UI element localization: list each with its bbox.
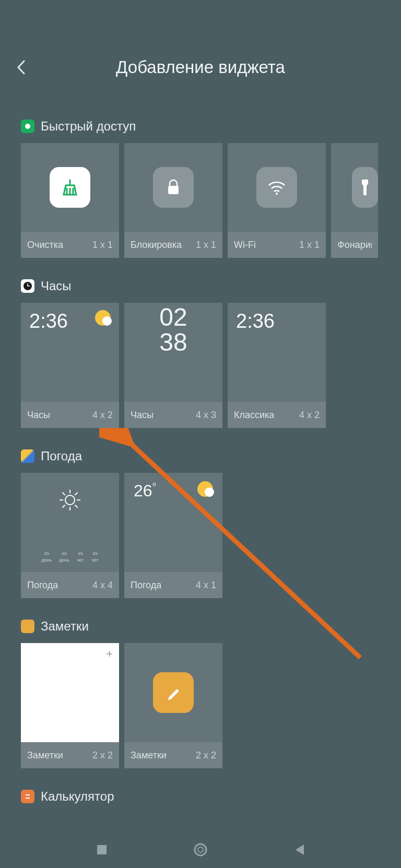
card-name: Погода [27,580,58,591]
clock-time: 02 38 [159,305,187,355]
quick-access-icon [21,120,34,133]
flashlight-icon [352,167,378,208]
sun-icon [95,310,111,326]
weather-section-icon [21,449,34,463]
card-size: 2 x 2 [92,750,113,761]
section-weather: Погода [21,449,380,598]
section-label: Быстрый доступ [41,119,136,134]
card-name: Wi-Fi [234,240,256,251]
svg-point-4 [65,495,75,505]
nav-back-button[interactable] [289,839,310,860]
card-size: 1 x 1 [196,240,216,251]
sun-icon [58,489,81,512]
card-size: 4 x 1 [196,580,216,591]
svg-rect-16 [97,845,107,854]
section-notes: Заметки + Заметки 2 x 2 [21,619,380,768]
notes-app-icon [153,672,194,713]
svg-point-0 [25,124,30,129]
notes-preview: + [21,643,119,742]
svg-rect-1 [168,186,179,194]
section-label: Часы [41,279,72,293]
card-size: 1 x 1 [92,240,113,251]
nav-home-button[interactable] [190,839,211,860]
svg-line-11 [63,505,65,507]
section-quick-access: Быстрый доступ Очистка 1 x 1 [21,119,380,258]
card-name: Часы [131,410,154,421]
forecast-row: день день чет чет [41,550,99,563]
svg-point-17 [195,844,206,855]
card-size: 4 x 3 [196,410,216,421]
card-name: Погода [131,580,161,591]
widget-card-ochistka[interactable]: Очистка 1 x 1 [21,143,119,258]
add-note-icon: + [106,647,113,661]
calculator-section-icon [21,790,34,803]
section-clock: Часы 2:36 Часы 4 x 2 [21,279,380,428]
clock-time: 2:36 [236,310,317,332]
widget-card-notes-list[interactable]: + Заметки 2 x 2 [21,643,119,768]
widget-card-clock-4x2[interactable]: 2:36 Часы 4 x 2 [21,303,119,428]
weather-temp: 26 [134,481,152,564]
card-name: Блокировка [131,240,182,251]
card-size: 2 x 2 [196,750,216,761]
widget-card-notes-icon[interactable]: Заметки 2 x 2 [124,643,222,768]
card-name: Фонарик [337,240,372,251]
wifi-icon [256,167,297,208]
section-label: Погода [41,449,82,463]
card-size: 1 x 1 [299,240,320,251]
page-title: Добавление виджета [16,57,385,77]
card-size: 4 x 2 [299,410,320,421]
card-name: Классика [234,410,274,421]
sun-icon [197,481,213,497]
section-label: Калькулятор [41,789,114,804]
widget-card-weather-4x4[interactable]: день день чет чет Погода 4 x 4 [21,473,119,598]
clock-section-icon [21,279,34,293]
svg-point-18 [198,847,203,852]
header: Добавление виджета [0,0,401,98]
nav-bar [0,831,401,868]
lock-icon [153,167,194,208]
svg-line-12 [75,493,77,495]
card-name: Очистка [27,240,63,251]
clock-time: 2:36 [29,310,68,332]
widget-card-clock-classic[interactable]: 2:36 Классика 4 x 2 [228,303,326,428]
svg-line-9 [63,493,65,495]
section-label: Заметки [41,619,89,634]
card-name: Заметки [27,750,63,761]
card-size: 4 x 2 [92,410,113,421]
widget-card-weather-4x1[interactable]: 26 Погода 4 x 1 [124,473,222,598]
nav-recents-button[interactable] [91,839,112,860]
svg-line-10 [75,505,77,507]
broom-icon [50,167,90,208]
widget-card-clock-4x3[interactable]: 02 38 Часы 4 x 3 [124,303,222,428]
card-name: Часы [27,410,50,421]
svg-point-2 [276,193,278,195]
widget-card-wifi[interactable]: Wi-Fi 1 x 1 [228,143,326,258]
notes-section-icon [21,620,34,633]
widget-card-fonarik[interactable]: Фонарик [331,143,378,258]
card-size: 4 x 4 [92,580,113,591]
card-name: Заметки [131,750,167,761]
widget-card-blokirovka[interactable]: Блокировка 1 x 1 [124,143,222,258]
